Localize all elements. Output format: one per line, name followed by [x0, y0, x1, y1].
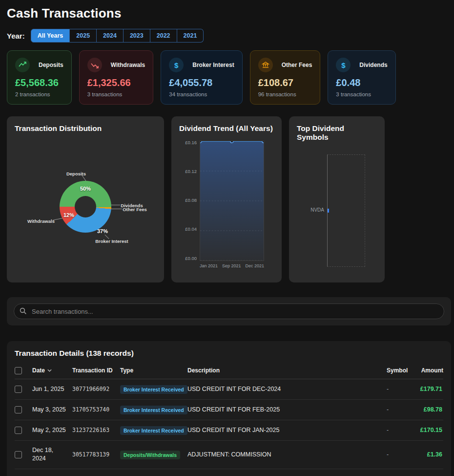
panel-dividend-trend: Dividend Trend (All Years) £0.16 £0.12 £…	[171, 116, 282, 282]
donut-callout-withdrawals: Withdrawals	[27, 218, 55, 224]
leader-line	[111, 205, 120, 205]
cell-symbol: -	[387, 406, 414, 413]
column-header-symbol: Symbol	[387, 367, 414, 375]
summary-card-withdrawals: Withdrawals £1,325.66 3 transactions	[79, 50, 154, 105]
chart-title: Transaction Distribution	[15, 124, 156, 133]
card-count: 3 transactions	[336, 91, 387, 97]
charts-row: Transaction Distribution Deposits 50% 12…	[7, 116, 451, 282]
year-tab-2024[interactable]: 2024	[97, 29, 124, 43]
column-header-type: Type	[120, 367, 187, 375]
search-icon	[20, 307, 27, 317]
year-button-group: All Years 2025 2024 2023 2022 2021	[31, 29, 204, 43]
cell-transaction-id: 30517783139	[72, 451, 120, 458]
chart-title: Top Dividend Symbols	[297, 124, 377, 142]
trend-area	[200, 141, 264, 260]
column-header-date[interactable]: Date	[32, 367, 72, 375]
donut-pct-broker-interest: 37%	[97, 228, 108, 234]
panel-top-dividend-symbols: Top Dividend Symbols NVDA	[289, 116, 385, 282]
donut-pct-deposits: 50%	[80, 186, 91, 192]
type-badge: Broker Interest Received	[120, 426, 187, 435]
cell-symbol: -	[387, 427, 414, 433]
donut-chart-area: Deposits 50% 12% 37% Dividends Other Fee…	[15, 140, 156, 272]
y-tick-label: £0.12	[185, 169, 197, 174]
table-body: Jun 1, 2025 30771966092 Broker Interest …	[15, 379, 443, 476]
transaction-details-panel: Transaction Details (138 records) Date T…	[7, 341, 451, 476]
card-count: 34 transactions	[169, 91, 234, 97]
table-title: Transaction Details (138 records)	[15, 349, 443, 358]
symbols-plot	[327, 154, 365, 267]
donut-callout-deposits: Deposits	[66, 171, 86, 176]
card-label: Other Fees	[282, 62, 312, 68]
trend-chart: £0.16 £0.12 £0.08 £0.04 £0.00	[179, 141, 274, 268]
row-checkbox[interactable]	[15, 406, 22, 413]
table-row: May 3, 2025 31705753740 Broker Interest …	[15, 400, 443, 420]
card-amount: £108.67	[258, 77, 312, 88]
sort-chevron-icon	[47, 369, 52, 372]
type-badge: Broker Interest Received	[120, 406, 187, 414]
card-count: 3 transactions	[87, 91, 145, 97]
symbol-bar-nvda	[328, 209, 329, 213]
cell-amount: £98.78	[414, 406, 443, 413]
year-tab-2021[interactable]: 2021	[177, 29, 204, 43]
cell-transaction-id: 30771966092	[72, 386, 120, 392]
year-tab-2025[interactable]: 2025	[70, 29, 97, 43]
table-row: May 11, 2024 29825823552 Broker Interest…	[15, 469, 443, 476]
card-label: Broker Interest	[192, 62, 234, 68]
donut-hole	[75, 196, 96, 217]
cell-symbol: -	[387, 451, 414, 458]
card-amount: £1,325.66	[87, 77, 145, 88]
row-checkbox[interactable]	[15, 386, 22, 393]
summary-card-broker-interest: $ Broker Interest £4,055.78 34 transacti…	[161, 50, 242, 105]
search-panel	[7, 297, 451, 325]
trend-y-axis: £0.16 £0.12 £0.08 £0.04 £0.00	[179, 141, 200, 261]
row-checkbox[interactable]	[15, 427, 22, 434]
type-badge: Deposits/Withdrawals	[120, 451, 180, 459]
type-badge: Broker Interest Received	[120, 385, 187, 394]
year-filter-label: Year:	[7, 32, 25, 40]
trend-down-icon	[87, 58, 102, 72]
search-input[interactable]	[14, 303, 444, 319]
cell-transaction-id: 31237226163	[72, 427, 120, 433]
column-header-amount: Amount	[414, 367, 443, 375]
cell-description: ADJUSTMENT: COMMISSION	[187, 451, 387, 458]
x-tick-label: Jan 2021	[200, 263, 218, 268]
table-header: Date Transaction ID Type Description Sym…	[15, 363, 443, 379]
cell-amount: £170.15	[414, 427, 443, 433]
cell-transaction-id: 31705753740	[72, 406, 120, 413]
cell-date: Dec 18, 2024	[32, 446, 72, 463]
year-tab-all-years[interactable]: All Years	[31, 29, 70, 43]
year-tab-2023[interactable]: 2023	[124, 29, 150, 43]
symbols-chart: NVDA	[297, 150, 377, 272]
year-tab-2022[interactable]: 2022	[150, 29, 177, 43]
trend-plot	[200, 141, 264, 261]
card-amount: £0.48	[336, 77, 387, 88]
column-header-description: Description	[187, 367, 387, 375]
cell-amount: £1.36	[414, 451, 443, 458]
column-header-transaction-id: Transaction ID	[72, 367, 120, 375]
cell-description: USD CREDIT INT FOR DEC-2024	[187, 386, 387, 392]
row-checkbox[interactable]	[15, 451, 22, 458]
x-tick-label: Sep 2021	[222, 263, 241, 268]
table-row: Jun 1, 2025 30771966092 Broker Interest …	[15, 379, 443, 400]
table-row: Dec 18, 2024 30517783139 Deposits/Withdr…	[15, 441, 443, 469]
select-all-checkbox[interactable]	[15, 367, 22, 374]
trend-x-axis: Jan 2021 Sep 2021 Dec 2021	[200, 263, 264, 268]
donut-callout-broker-interest: Broker Interest	[95, 238, 128, 244]
panel-transaction-distribution: Transaction Distribution Deposits 50% 12…	[7, 116, 164, 282]
page: Cash Transactions Year: All Years 2025 2…	[0, 0, 454, 476]
x-tick-label: Dec 2021	[245, 263, 264, 268]
summary-card-dividends: $ Dividends £0.48 3 transactions	[328, 50, 395, 105]
card-count: 2 transactions	[15, 91, 63, 97]
trend-up-icon	[15, 58, 30, 72]
y-tick-label: £0.08	[185, 198, 197, 203]
summary-card-deposits: Deposits £5,568.36 2 transactions	[7, 50, 72, 105]
donut-callout-other-fees: Other Fees	[123, 207, 147, 212]
cell-date: May 3, 2025	[32, 406, 72, 414]
cell-date: May 2, 2025	[32, 426, 72, 435]
symbol-label-nvda: NVDA	[297, 207, 324, 213]
card-label: Dividends	[359, 62, 387, 68]
cell-description: USD CREDIT INT FOR JAN-2025	[187, 427, 387, 433]
cell-date: Jun 1, 2025	[32, 385, 72, 394]
cell-symbol: -	[387, 386, 414, 392]
card-label: Withdrawals	[111, 62, 145, 68]
